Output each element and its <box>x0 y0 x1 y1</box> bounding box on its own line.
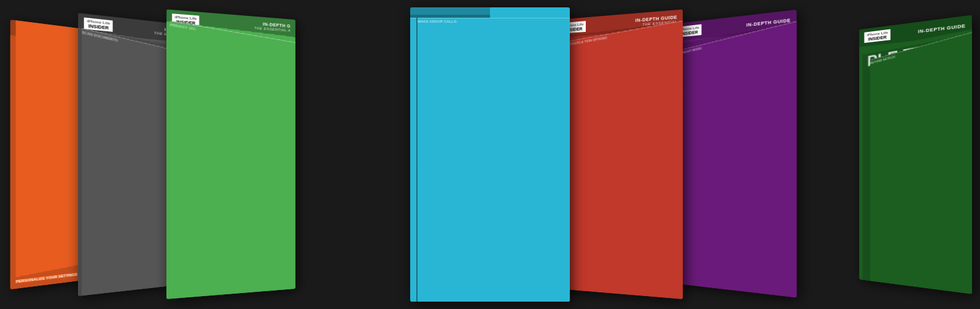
col1: BEYOND NETFLIX: APPS FOR FREE MOVIES & T… <box>867 36 972 294</box>
book-facetime-app: iPhone Life INSIDER IN-DEPTH GUIDE THE E… <box>410 7 570 302</box>
col2: MAKE GROUP CALLS: CHAT WITH THE WHOLE FA… <box>497 18 570 302</box>
col1: STICKERS & TION OPTIONS <box>564 23 683 299</box>
bottom-section: FACETIME EXPLAINED: THE MANUAL YOU'VE BE… <box>410 15 490 302</box>
col1: NIGHT MODE: WOW-LIGHT SHOOTING MADE EASY <box>680 25 796 298</box>
bottom-section: BEYOND NETFLIX: APPS FOR FREE MOVIES & T… <box>863 34 972 294</box>
book-iphone11-camera: iPhone Life INSIDER IN-DEPTH GUIDE IPHON… <box>672 10 796 298</box>
books-container: iPhone Life INSIDER IN-DEPTH iPHONE BASI… <box>0 0 980 309</box>
col1-label: NIGHT MODE: <box>683 19 796 297</box>
header-right: IN-DEPTH G THE ESSENTIAL A <box>254 21 291 32</box>
bottom-section: NIGHT MODE: WOW-LIGHT SHOOTING MADE EASY… <box>675 23 796 297</box>
bottom-section: STICKERS & TION OPTIONS SECURITY: FINALL… <box>559 21 683 299</box>
col1: PRIVACY 101: KEEP YOUR TEXTS SECURE <box>171 25 295 299</box>
col1-label: PRIVACY 101: <box>170 21 295 299</box>
book-messages-app: iPhone Life INSIDER IN-DEPTH G THE ESSEN… <box>166 9 295 299</box>
col1-label: FACETIME EXPLAINED: <box>410 18 416 302</box>
book-ios13: iPhone Life INSIDER IN-DEPTH GUIDE THE E… <box>558 9 683 299</box>
col1-label: BEYOND NETFLIX: <box>870 30 972 294</box>
book-apple-tv: iPhone Life INSIDER IN-DEPTH GUIDE PLE T… <box>859 15 972 294</box>
insider-badge: iPhone Life INSIDER <box>865 29 891 43</box>
col2-label: MAKE GROUP CALLS: <box>418 18 570 302</box>
col1-label: STICKERS & TION OPTIONS <box>566 20 683 299</box>
bottom-section: PRIVACY 101: KEEP YOUR TEXTS SECURE APP … <box>166 21 294 299</box>
